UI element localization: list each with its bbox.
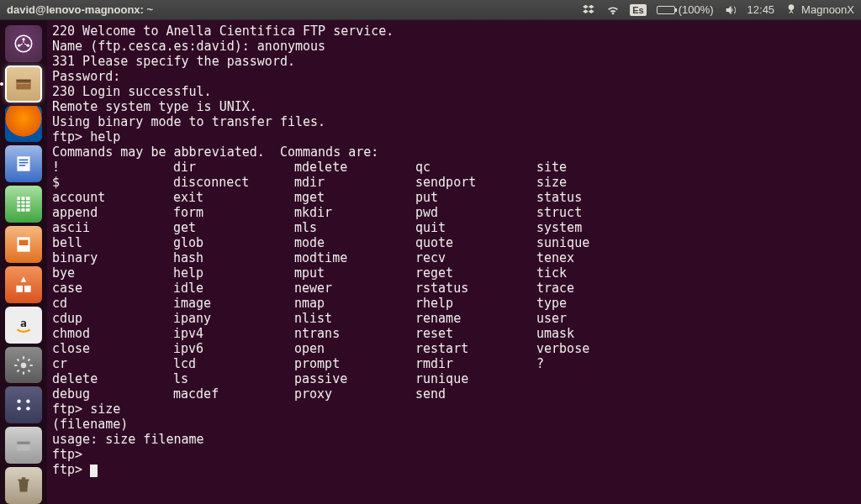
terminal-output[interactable]: 220 Welcome to Anella Cientifica FTP ser…: [47, 20, 861, 504]
firefox-icon[interactable]: [5, 106, 42, 143]
window-title: david@lenovo-magnoonx: ~: [7, 3, 153, 16]
svg-point-17: [26, 400, 29, 403]
trash-icon[interactable]: [5, 467, 42, 504]
ftp-help-columns: ! $ account append ascii bell binary bye…: [52, 160, 856, 402]
session-menu[interactable]: MagnoonX: [784, 3, 854, 17]
dash-home-icon[interactable]: [5, 25, 42, 62]
svg-point-19: [26, 407, 29, 411]
svg-rect-7: [17, 157, 29, 171]
svg-rect-21: [17, 442, 29, 444]
svg-point-15: [21, 362, 27, 368]
terminal-cursor: [90, 465, 98, 477]
svg-point-16: [17, 400, 20, 403]
battery-indicator[interactable]: (100%): [657, 3, 714, 16]
ubuntu-software-icon[interactable]: [5, 266, 42, 303]
svg-text:a: a: [20, 317, 27, 329]
unity-launcher: a: [0, 20, 47, 504]
svg-point-18: [17, 407, 20, 411]
svg-rect-4: [16, 79, 30, 81]
keyboard-layout-indicator[interactable]: Es: [630, 4, 646, 16]
system-settings-icon[interactable]: [5, 347, 42, 384]
volume-icon[interactable]: [724, 3, 737, 17]
svg-rect-8: [19, 160, 29, 161]
session-user: MagnoonX: [801, 3, 854, 16]
amazon-icon[interactable]: a: [5, 307, 42, 344]
libreoffice-writer-icon[interactable]: [5, 145, 42, 182]
libreoffice-impress-icon[interactable]: [5, 226, 42, 263]
wifi-icon[interactable]: [606, 3, 620, 17]
svg-rect-6: [17, 83, 29, 84]
battery-percent: (100%): [679, 3, 714, 16]
files-icon[interactable]: [5, 66, 42, 102]
top-menu-bar: david@lenovo-magnoonx: ~ Es (100%) 12:45…: [0, 0, 861, 20]
svg-rect-13: [19, 240, 29, 246]
app-icon-generic[interactable]: [5, 386, 42, 423]
mounted-drive-icon[interactable]: [5, 427, 42, 464]
svg-rect-10: [19, 165, 26, 166]
libreoffice-calc-icon[interactable]: [5, 186, 42, 223]
clock[interactable]: 12:45: [747, 3, 775, 16]
system-tray: Es (100%) 12:45 MagnoonX: [583, 3, 854, 17]
svg-rect-9: [19, 162, 29, 164]
terminal-tail: ftp> size (filename) usage: size filenam…: [52, 402, 856, 477]
dropbox-icon[interactable]: [583, 3, 596, 17]
terminal-intro: 220 Welcome to Anella Cientifica FTP ser…: [52, 24, 856, 160]
